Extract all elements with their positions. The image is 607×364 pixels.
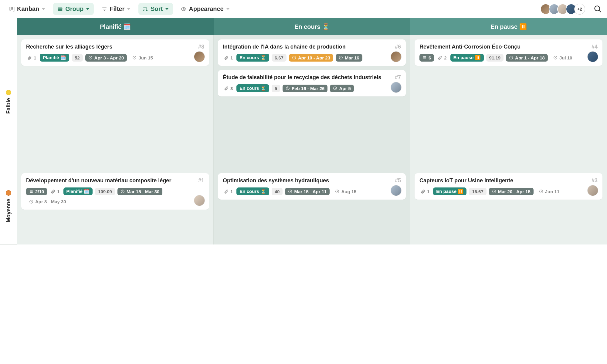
attachment-count[interactable]: 1 [49,188,61,195]
group-label: Group [65,5,83,12]
status-tag[interactable]: En cours ⏳ [236,54,269,62]
attachment-count[interactable]: 1 [26,54,37,62]
card-tags: 3 En cours ⏳ 5 Feb 16 - Mar 26 Apr 5 [223,84,401,92]
sort-label: Sort [151,5,163,12]
assignee-avatar[interactable] [391,51,402,62]
view-switcher[interactable]: Kanban [5,3,49,15]
card-tags: 1 En cours ⏳ 6.67 Apr 10 - Apr 23 Mar 16 [223,54,401,62]
cell[interactable]: Recherche sur les alliages légers #8 1 P… [17,35,214,169]
assignee-avatar[interactable] [587,51,598,62]
assignee-avatar[interactable] [194,195,205,206]
assignee-avatar[interactable] [391,185,402,196]
cell[interactable]: Optimisation des systèmes hydrauliques #… [214,169,410,244]
cell[interactable]: Intégration de l'IA dans la chaîne de pr… [214,35,410,169]
column-header[interactable]: En cours ⏳ [214,18,410,35]
cell[interactable]: Revêtement Anti-Corrosion Éco-Conçu #4 6… [410,35,607,169]
status-tag[interactable]: Planifié 🗓️ [40,54,69,62]
date-range-tag[interactable]: Feb 16 - Mar 26 [283,85,327,92]
svg-rect-2 [13,7,14,11]
date-range-tag[interactable]: Mar 20 - Apr 15 [489,188,534,195]
status-tag[interactable]: Planifié 🗓️ [63,187,93,195]
card-title: Développement d'un nouveau matériau comp… [26,177,204,184]
attachment-count[interactable]: 1 [223,54,234,62]
assignee-avatar[interactable] [194,51,205,62]
paperclip-icon [224,189,229,194]
subtask-count[interactable]: 2/10 [26,188,47,195]
svg-rect-3 [58,8,63,8]
appearance-button[interactable]: Appearance [177,3,234,15]
swimlane-moyenne[interactable]: Moyenne [0,169,17,244]
due-date[interactable]: Jun 15 [129,54,156,62]
clock-icon [120,189,125,194]
card-id: #1 [198,177,204,184]
collaborator-avatars[interactable]: +2 [543,4,585,15]
group-button[interactable]: Group [53,3,94,15]
attachment-count[interactable]: 1 [419,188,431,195]
score-tag: 52 [72,54,83,62]
card[interactable]: Optimisation des systèmes hydrauliques #… [218,173,406,200]
chevron-down-icon [226,8,230,10]
date-range-tag[interactable]: Apr 1 - Apr 18 [506,54,548,62]
svg-point-6 [595,6,600,11]
card[interactable]: Étude de faisabilité pour le recyclage d… [218,70,406,96]
due-date[interactable]: Aug 15 [332,188,359,195]
view-label: Kanban [17,5,39,12]
avatar-overflow[interactable]: +2 [574,4,585,15]
status-tag[interactable]: En cours ⏳ [236,187,269,195]
card[interactable]: Recherche sur les alliages légers #8 1 P… [21,39,209,66]
swimlane-faible[interactable]: Faible [0,35,17,169]
search-icon[interactable] [594,5,602,13]
card-title: Recherche sur les alliages légers [26,44,204,50]
card[interactable]: Développement d'un nouveau matériau comp… [21,173,209,210]
paperclip-icon [438,56,442,60]
card-title: Intégration de l'IA dans la chaîne de pr… [223,44,401,50]
group-icon [57,6,63,12]
due-date[interactable]: Jul 10 [550,54,575,62]
date-range-tag[interactable]: Apr 10 - Apr 23 [289,54,333,62]
cell[interactable]: Capteurs IoT pour Usine Intelligente #3 … [410,169,607,244]
sort-button[interactable]: Sort [138,3,173,15]
due-date[interactable]: Apr 8 - May 30 [26,198,69,205]
date-range-tag[interactable]: Apr 3 - Apr 20 [85,54,127,62]
score-tag: 109.09 [95,188,115,195]
attachment-count[interactable]: 3 [223,85,234,92]
assignee-avatar[interactable] [391,82,402,93]
due-date[interactable]: Jun 11 [536,188,563,195]
card[interactable]: Capteurs IoT pour Usine Intelligente #3 … [415,173,602,200]
status-tag[interactable]: En pause ⏸️ [450,54,484,62]
card[interactable]: Revêtement Anti-Corrosion Éco-Conçu #4 6… [415,39,602,66]
svg-rect-1 [12,7,13,9]
column-header[interactable]: En pause ⏸️ [410,18,607,35]
lane-label: Moyenne [5,199,12,222]
clock-icon [492,189,496,194]
date-range-tag[interactable]: Mar 15 - Mar 30 [117,188,162,195]
due-date[interactable]: Mar 16 [336,54,362,62]
corner [0,18,17,35]
card-id: #3 [592,177,598,184]
card-id: #7 [395,74,401,81]
svg-rect-0 [10,7,11,10]
column-header[interactable]: Planifié 🗓️ [17,18,214,35]
clock-icon [553,56,558,60]
card-title: Optimisation des systèmes hydrauliques [223,177,401,184]
status-tag[interactable]: En cours ⏳ [236,84,269,92]
eye-icon [181,6,186,12]
chevron-down-icon [86,8,90,10]
kanban-icon [9,6,15,12]
score-tag: 16.67 [469,188,487,195]
clock-icon [132,56,137,60]
paperclip-icon [51,189,55,194]
date-range-tag[interactable]: Mar 15 - Apr 11 [285,188,330,195]
attachment-count[interactable]: 1 [223,188,234,195]
card-id: #8 [198,44,204,50]
status-tag[interactable]: En pause ⏸️ [433,187,466,195]
assignee-avatar[interactable] [587,185,598,196]
card[interactable]: Intégration de l'IA dans la chaîne de pr… [218,39,406,66]
filter-button[interactable]: Filter [97,3,135,15]
due-date[interactable]: Apr 5 [330,85,354,92]
subtask-count[interactable]: 6 [419,54,434,62]
card-tags: 2/10 1 Planifié 🗓️ 109.09 Mar 15 - Mar 3… [26,187,204,205]
cell[interactable]: Développement d'un nouveau matériau comp… [17,169,214,244]
clock-icon [286,86,290,90]
attachment-count[interactable]: 2 [436,54,448,62]
